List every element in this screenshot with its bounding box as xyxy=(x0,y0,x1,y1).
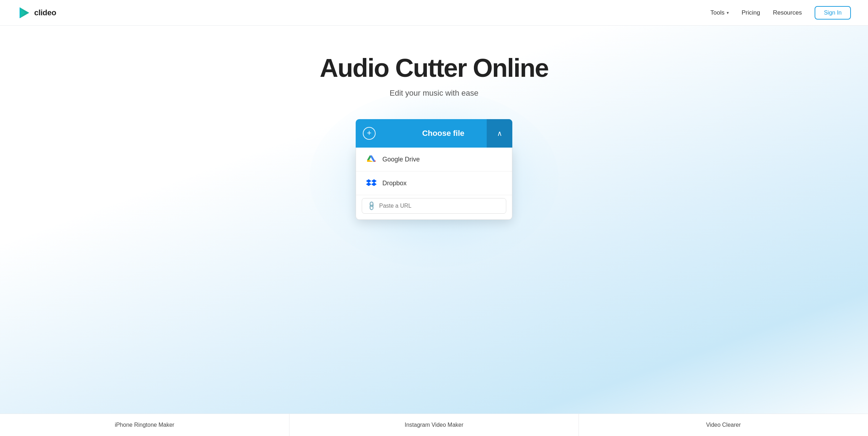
url-input[interactable] xyxy=(379,203,500,209)
logo-text: clideo xyxy=(34,8,56,17)
url-input-container: 🔗 xyxy=(362,198,506,214)
choose-file-button[interactable]: + Choose file ∧ xyxy=(356,119,512,148)
dropbox-label: Dropbox xyxy=(382,180,407,187)
dropbox-option[interactable]: Dropbox xyxy=(356,171,512,195)
google-drive-icon xyxy=(366,154,377,165)
tool-iphone-ringtone-label: iPhone Ringtone Maker xyxy=(115,422,174,428)
pricing-link[interactable]: Pricing xyxy=(742,9,760,16)
tools-bar: iPhone Ringtone Maker Instagram Video Ma… xyxy=(0,414,868,436)
upload-dropdown: Google Drive Dropbox 🔗 xyxy=(356,148,512,220)
chevron-up-icon: ∧ xyxy=(497,129,502,138)
tool-video-clearer-label: Video Clearer xyxy=(706,422,741,428)
tool-video-clearer[interactable]: Video Clearer xyxy=(579,414,868,436)
sign-in-button[interactable]: Sign In xyxy=(815,6,851,20)
tools-menu[interactable]: Tools ▾ xyxy=(710,9,729,16)
dropdown-toggle-button[interactable]: ∧ xyxy=(487,119,512,148)
tools-chevron-icon: ▾ xyxy=(727,10,729,15)
tool-iphone-ringtone[interactable]: iPhone Ringtone Maker xyxy=(0,414,289,436)
page-title: Audio Cutter Online xyxy=(320,54,548,82)
logo[interactable]: clideo xyxy=(17,6,56,20)
page-subtitle: Edit your music with ease xyxy=(389,89,478,98)
tools-label: Tools xyxy=(710,9,725,16)
header: clideo Tools ▾ Pricing Resources Sign In xyxy=(0,0,868,26)
logo-icon xyxy=(17,6,31,20)
tool-instagram-video-label: Instagram Video Maker xyxy=(404,422,463,428)
main-content: Audio Cutter Online Edit your music with… xyxy=(0,26,868,436)
url-input-row: 🔗 xyxy=(356,195,512,219)
google-drive-label: Google Drive xyxy=(382,156,420,163)
tool-instagram-video[interactable]: Instagram Video Maker xyxy=(289,414,579,436)
link-icon: 🔗 xyxy=(366,201,377,212)
resources-link[interactable]: Resources xyxy=(773,9,802,16)
google-drive-option[interactable]: Google Drive xyxy=(356,148,512,171)
nav: Tools ▾ Pricing Resources Sign In xyxy=(710,6,851,20)
dropbox-icon xyxy=(366,178,377,188)
plus-icon: + xyxy=(367,129,372,137)
upload-container: + Choose file ∧ xyxy=(356,119,512,220)
plus-circle-icon: + xyxy=(363,127,376,140)
